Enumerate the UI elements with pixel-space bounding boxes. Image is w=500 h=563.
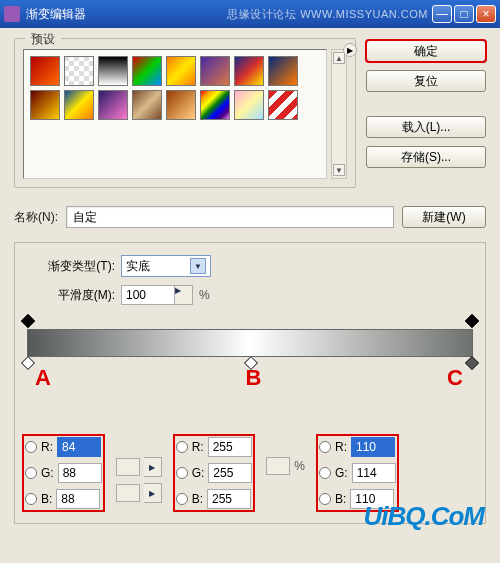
r-label: R: [192, 440, 204, 454]
gradient-settings: 渐变类型(T): 实底 ▼ 平滑度(M): 100 ▶ % [14, 242, 486, 524]
preset-swatch[interactable] [64, 90, 94, 120]
preset-swatch[interactable] [30, 90, 60, 120]
presets-menu-button[interactable]: ▶ [343, 43, 357, 57]
watermark-site: 思缘设计论坛 [227, 7, 296, 22]
color-swatch[interactable] [116, 484, 140, 502]
preset-swatch[interactable] [30, 56, 60, 86]
c-r-input[interactable]: 110 [351, 437, 395, 457]
extra-col-b: % [266, 437, 305, 495]
rgb-group-b: R:255 G:255 B:255 [176, 437, 253, 509]
close-button[interactable]: × [476, 5, 496, 23]
radio-r[interactable] [319, 441, 331, 453]
extra-col-a: ▶ ▶ [116, 437, 162, 503]
preset-swatch[interactable] [200, 56, 230, 86]
r-label: R: [41, 440, 53, 454]
b-label: B: [192, 492, 203, 506]
preset-swatch[interactable] [166, 90, 196, 120]
opacity-stop[interactable] [467, 315, 477, 327]
save-label: 存储(S)... [401, 149, 451, 166]
preset-swatch[interactable] [234, 56, 264, 86]
g-label: G: [41, 466, 54, 480]
rgb-group-a: R:84 G:88 B:88 [25, 437, 102, 509]
scroll-down-icon[interactable]: ▼ [333, 164, 345, 176]
load-button[interactable]: 载入(L)... [366, 116, 486, 138]
presets-grid[interactable] [23, 49, 327, 179]
presets-scrollbar[interactable]: ▲ ▼ [331, 49, 347, 179]
b-label: B: [335, 492, 346, 506]
smoothness-input[interactable]: 100 [121, 285, 175, 305]
gradient-type-value: 实底 [126, 258, 150, 275]
titlebar: 渐变编辑器 思缘设计论坛 WWW.MISSYUAN.COM — □ × [0, 0, 500, 28]
preset-swatch[interactable] [98, 90, 128, 120]
watermark-url: WWW.MISSYUAN.COM [300, 8, 428, 20]
g-label: G: [335, 466, 348, 480]
radio-b[interactable] [176, 493, 188, 505]
color-swatch[interactable] [116, 458, 140, 476]
load-label: 载入(L)... [402, 119, 451, 136]
preset-swatch[interactable] [268, 56, 298, 86]
radio-g[interactable] [25, 467, 37, 479]
b-label: B: [41, 492, 52, 506]
maximize-button[interactable]: □ [454, 5, 474, 23]
preset-swatch[interactable] [268, 90, 298, 120]
r-label: R: [335, 440, 347, 454]
annotation-a: A [35, 365, 51, 391]
a-r-input[interactable]: 84 [57, 437, 101, 457]
gradient-editor: A B C [27, 315, 473, 371]
gradient-type-select[interactable]: 实底 ▼ [121, 255, 211, 277]
radio-g[interactable] [176, 467, 188, 479]
color-stop-a[interactable] [23, 357, 33, 369]
presets-legend: 预设 [25, 31, 61, 48]
a-g-input[interactable]: 88 [58, 463, 102, 483]
color-swatch[interactable] [266, 457, 290, 475]
percent-label: % [294, 459, 305, 473]
smoothness-dropdown-icon[interactable]: ▶ [175, 285, 193, 305]
name-label: 名称(N): [14, 209, 58, 226]
minimize-button[interactable]: — [432, 5, 452, 23]
chevron-down-icon: ▼ [190, 258, 206, 274]
footer-logo: UiBQ.CoM [363, 501, 484, 532]
reset-button[interactable]: 复位 [366, 70, 486, 92]
preset-swatch[interactable] [132, 56, 162, 86]
smoothness-label: 平滑度(M): [25, 287, 115, 304]
color-stop-c[interactable] [467, 357, 477, 369]
name-input[interactable] [66, 206, 394, 228]
b-g-input[interactable]: 255 [208, 463, 252, 483]
g-label: G: [192, 466, 205, 480]
chevron-right-icon[interactable]: ▶ [144, 457, 162, 477]
opacity-stop[interactable] [23, 315, 33, 327]
new-label: 新建(W) [422, 209, 465, 226]
gradient-bar[interactable] [27, 329, 473, 357]
radio-r[interactable] [176, 441, 188, 453]
smoothness-unit: % [199, 288, 210, 302]
presets-fieldset: 预设 ▶ [14, 38, 356, 188]
radio-b[interactable] [25, 493, 37, 505]
radio-r[interactable] [25, 441, 37, 453]
ok-label: 确定 [414, 43, 438, 60]
chevron-right-icon[interactable]: ▶ [144, 483, 162, 503]
preset-swatch[interactable] [98, 56, 128, 86]
radio-g[interactable] [319, 467, 331, 479]
preset-swatch[interactable] [166, 56, 196, 86]
preset-swatch[interactable] [64, 56, 94, 86]
radio-b[interactable] [319, 493, 331, 505]
b-b-input[interactable]: 255 [207, 489, 251, 509]
preset-swatch[interactable] [200, 90, 230, 120]
window-title: 渐变编辑器 [26, 6, 86, 23]
c-g-input[interactable]: 114 [352, 463, 396, 483]
preset-swatch[interactable] [132, 90, 162, 120]
gradient-type-label: 渐变类型(T): [25, 258, 115, 275]
ok-button[interactable]: 确定 [366, 40, 486, 62]
reset-label: 复位 [414, 73, 438, 90]
preset-swatch[interactable] [234, 90, 264, 120]
new-button[interactable]: 新建(W) [402, 206, 486, 228]
annotation-c: C [447, 365, 463, 391]
rgb-group-c: R:110 G:114 B:110 [319, 437, 396, 509]
annotation-b: B [246, 365, 262, 391]
save-button[interactable]: 存储(S)... [366, 146, 486, 168]
b-r-input[interactable]: 255 [208, 437, 252, 457]
a-b-input[interactable]: 88 [56, 489, 100, 509]
app-icon [4, 6, 20, 22]
